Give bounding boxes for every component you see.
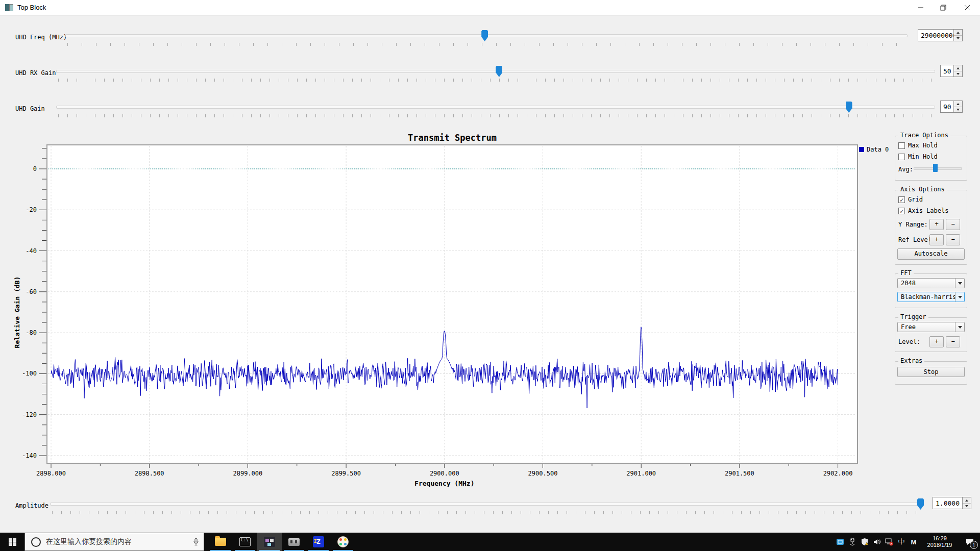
uhd-gain-slider-handle[interactable] <box>846 102 852 113</box>
uhd-freq-spin-down-button[interactable] <box>954 35 962 41</box>
ref-level-minus-button[interactable]: − <box>946 234 960 245</box>
amplitude-value[interactable]: 1.0000 <box>936 499 960 507</box>
start-button[interactable] <box>0 533 24 551</box>
amplitude-label: Amplitude <box>15 502 48 509</box>
svg-text:2898.500: 2898.500 <box>135 470 164 477</box>
axis-options-group: Axis Options ✓ Grid ✓ Axis Labels Y Rang… <box>895 190 967 265</box>
avg-slider-handle[interactable] <box>933 164 938 172</box>
restore-button[interactable] <box>932 0 954 15</box>
fft-size-select[interactable]: 2048 <box>897 278 965 288</box>
ime-app-icon[interactable] <box>834 533 846 551</box>
action-center-button[interactable]: 1 <box>960 533 980 551</box>
trigger-mode-select[interactable]: Free <box>897 322 965 332</box>
axis-options-title: Axis Options <box>898 186 947 193</box>
window-title: Top Block <box>17 4 46 11</box>
min-hold-checkbox[interactable]: Min Hold <box>898 153 938 161</box>
fft-window-select[interactable]: Blackman-harris <box>897 292 965 302</box>
volume-icon[interactable] <box>871 533 883 551</box>
uhd-freq-spinbox[interactable]: 2900000000 <box>918 29 963 41</box>
trigger-level-minus-button[interactable]: − <box>946 336 960 347</box>
ime-language-indicator[interactable]: 中 <box>895 533 908 551</box>
close-button[interactable] <box>954 0 980 15</box>
network-disconnected-icon[interactable] <box>883 533 895 551</box>
chevron-down-icon <box>955 292 964 302</box>
taskbar-app-command-prompt[interactable]: C:\_ <box>233 533 257 551</box>
clock-date: 2018/1/19 <box>927 542 952 548</box>
ime-mode-indicator[interactable]: M <box>908 533 920 551</box>
uhd-rx-gain-label: UHD RX Gain <box>15 69 56 77</box>
amplitude-slider-handle[interactable] <box>917 498 924 510</box>
svg-text:-120: -120 <box>22 411 37 418</box>
taskbar-clock[interactable]: 16:29 2018/1/19 <box>920 535 960 548</box>
grid-checkbox[interactable]: ✓ Grid <box>898 195 923 204</box>
uhd-rx-gain-slider[interactable] <box>56 65 935 83</box>
minimize-button[interactable] <box>910 0 932 15</box>
uhd-rx-gain-slider-handle[interactable] <box>496 66 502 77</box>
spectrum-plot[interactable]: 0-20-40-60-80-100-120-1402898.0002898.50… <box>10 128 893 492</box>
grid-checkbox-box[interactable]: ✓ <box>898 196 905 203</box>
uhd-gain-value[interactable]: 90 <box>943 103 951 111</box>
taskbar-app-image-viewer[interactable] <box>331 533 355 551</box>
svg-text:-40: -40 <box>26 247 37 255</box>
taskbar-search-input[interactable]: 在这里输入你要搜索的内容 <box>24 533 204 551</box>
sdr-device-icon <box>288 538 300 546</box>
min-hold-label: Min Hold <box>908 153 938 160</box>
axis-labels-checkbox[interactable]: ✓ Axis Labels <box>898 207 948 215</box>
window-titlebar: Top Block <box>0 0 980 16</box>
uhd-freq-slider-handle[interactable] <box>481 30 488 41</box>
svg-text:2901.500: 2901.500 <box>725 470 754 477</box>
svg-text:0: 0 <box>33 165 37 172</box>
axis-labels-label: Axis Labels <box>908 207 948 214</box>
uhd-freq-slider[interactable] <box>65 30 908 47</box>
amplitude-slider-track[interactable] <box>50 503 924 506</box>
taskbar-app-gnuradio-top-block[interactable] <box>257 533 282 551</box>
uhd-gain-spin-down-button[interactable] <box>954 107 962 112</box>
max-hold-checkbox[interactable]: Max Hold <box>898 141 938 149</box>
uhd-rx-gain-value[interactable]: 50 <box>943 67 951 75</box>
app-icon <box>5 4 13 11</box>
trigger-level-plus-button[interactable]: + <box>929 336 944 347</box>
axis-labels-checkbox-box[interactable]: ✓ <box>898 208 905 214</box>
max-hold-label: Max Hold <box>908 142 938 149</box>
system-tray: 中 M 16:29 2018/1/19 1 <box>834 533 980 551</box>
amplitude-slider[interactable] <box>50 498 924 515</box>
uhd-rx-gain-spinbox[interactable]: 50 <box>940 65 963 77</box>
uhd-gain-spinbox[interactable]: 90 <box>940 101 963 113</box>
svg-text:-140: -140 <box>22 452 37 459</box>
notification-badge: 1 <box>970 541 978 549</box>
fft-group: FFT 2048 Blackman-harris <box>895 273 967 308</box>
uhd-gain-slider-ticks <box>58 114 935 117</box>
usb-icon[interactable] <box>846 533 859 551</box>
amplitude-spin-down-button[interactable] <box>963 503 971 509</box>
z-app-icon: ZZ <box>313 536 324 547</box>
uhd-rx-gain-spin-down-button[interactable] <box>954 71 962 77</box>
avg-label: Avg: <box>898 166 913 173</box>
stop-button[interactable]: Stop <box>897 367 965 377</box>
fft-title: FFT <box>898 269 914 277</box>
taskbar-app-z-input[interactable]: ZZ <box>306 533 331 551</box>
chevron-down-icon <box>955 322 964 332</box>
amplitude-spinbox[interactable]: 1.0000 <box>933 497 971 509</box>
defender-shield-icon[interactable] <box>859 533 871 551</box>
y-range-minus-button[interactable]: − <box>946 219 960 230</box>
min-hold-checkbox-box[interactable] <box>898 154 905 160</box>
fft-window-value: Blackman-harris <box>901 293 956 300</box>
svg-text:Data 0: Data 0 <box>867 146 889 153</box>
autoscale-button[interactable]: Autoscale <box>897 248 965 260</box>
taskbar-app-sdr-device[interactable] <box>282 533 306 551</box>
svg-text:2899.500: 2899.500 <box>331 470 361 477</box>
taskbar-app-file-explorer[interactable] <box>208 533 233 551</box>
extras-group: Extras Stop <box>895 361 967 385</box>
uhd-gain-slider[interactable] <box>56 101 935 118</box>
fft-size-value: 2048 <box>901 280 916 287</box>
avg-slider[interactable] <box>914 164 962 172</box>
y-range-plus-button[interactable]: + <box>929 219 944 230</box>
ref-level-plus-button[interactable]: + <box>929 234 944 245</box>
microphone-icon[interactable] <box>188 538 204 546</box>
svg-text:2902.000: 2902.000 <box>823 470 853 477</box>
uhd-gain-slider-track[interactable] <box>56 106 935 109</box>
max-hold-checkbox-box[interactable] <box>898 142 905 149</box>
uhd-rx-gain-slider-track[interactable] <box>56 70 935 73</box>
search-placeholder: 在这里输入你要搜索的内容 <box>46 537 188 546</box>
gnuradio-icon <box>264 537 275 547</box>
